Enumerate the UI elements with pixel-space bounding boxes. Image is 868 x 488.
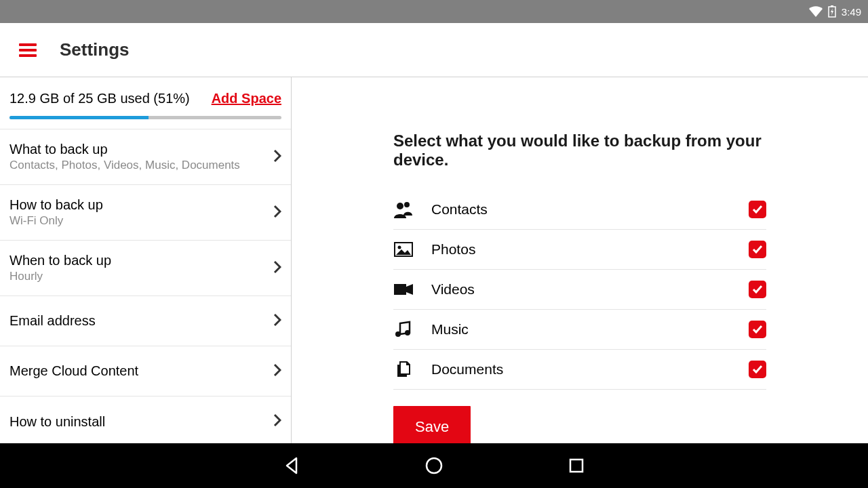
checkbox-contacts[interactable] xyxy=(749,201,766,218)
storage-progress xyxy=(9,116,281,119)
main-panel: Select what you would like to backup fro… xyxy=(292,77,868,443)
contacts-icon xyxy=(393,199,414,220)
battery-charging-icon xyxy=(828,5,836,18)
music-icon xyxy=(393,319,414,340)
appbar: Settings xyxy=(0,23,868,77)
sidebar-item-how-to-uninstall[interactable]: How to uninstall xyxy=(0,396,291,443)
menu-icon[interactable] xyxy=(19,43,37,57)
svg-point-5 xyxy=(398,246,401,249)
nav-recent-button[interactable] xyxy=(566,455,587,476)
checkbox-music[interactable] xyxy=(749,321,766,338)
sidebar-item-how-to-backup[interactable]: How to back up Wi-Fi Only xyxy=(0,185,291,241)
sidebar: 12.9 GB of 25 GB used (51%) Add Space Wh… xyxy=(0,77,292,443)
nav-back-button[interactable] xyxy=(281,455,302,476)
svg-point-2 xyxy=(397,203,403,209)
statusbar: 3:49 xyxy=(0,0,868,23)
svg-rect-6 xyxy=(394,284,406,295)
checkbox-photos[interactable] xyxy=(749,241,766,258)
storage-panel: 12.9 GB of 25 GB used (51%) Add Space xyxy=(0,77,291,129)
chevron-right-icon xyxy=(273,205,281,221)
add-space-link[interactable]: Add Space xyxy=(212,91,281,106)
backup-label: Photos xyxy=(431,241,731,258)
photos-icon xyxy=(393,239,414,260)
setting-title: Email address xyxy=(9,313,96,329)
backup-item-documents: Documents xyxy=(393,350,766,390)
page-title: Settings xyxy=(60,39,130,60)
chevron-right-icon xyxy=(273,413,281,430)
save-button[interactable]: Save xyxy=(393,406,471,443)
svg-point-8 xyxy=(405,330,410,336)
backup-label: Music xyxy=(431,321,731,338)
checkbox-documents[interactable] xyxy=(749,361,766,378)
setting-sub: Wi-Fi Only xyxy=(9,214,103,228)
svg-rect-1 xyxy=(831,5,833,7)
videos-icon xyxy=(393,279,414,300)
chevron-right-icon xyxy=(273,313,281,329)
sidebar-item-what-to-backup[interactable]: What to back up Contacts, Photos, Videos… xyxy=(0,129,291,185)
main-heading: Select what you would like to backup fro… xyxy=(393,131,766,169)
content: 12.9 GB of 25 GB used (51%) Add Space Wh… xyxy=(0,77,868,443)
svg-rect-10 xyxy=(570,460,583,472)
backup-label: Videos xyxy=(431,281,731,298)
nav-home-button[interactable] xyxy=(424,455,444,476)
backup-item-music: Music xyxy=(393,310,766,350)
sidebar-item-when-to-backup[interactable]: When to back up Hourly xyxy=(0,241,291,296)
backup-item-contacts: Contacts xyxy=(393,190,766,230)
svg-point-7 xyxy=(395,331,401,337)
chevron-right-icon xyxy=(273,260,281,277)
statusbar-time: 3:49 xyxy=(842,6,861,18)
setting-title: Merge Cloud Content xyxy=(9,363,138,379)
setting-sub: Hourly xyxy=(9,270,111,283)
svg-point-9 xyxy=(427,458,441,473)
checkbox-videos[interactable] xyxy=(749,281,766,298)
setting-sub: Contacts, Photos, Videos, Music, Documen… xyxy=(9,159,240,172)
navbar xyxy=(0,443,868,488)
chevron-right-icon xyxy=(273,363,281,380)
wifi-icon xyxy=(809,6,823,17)
backup-item-photos: Photos xyxy=(393,230,766,270)
documents-icon xyxy=(393,359,414,380)
setting-title: What to back up xyxy=(9,142,240,157)
setting-title: How to back up xyxy=(9,197,103,213)
svg-point-3 xyxy=(404,202,410,207)
backup-label: Contacts xyxy=(431,201,731,218)
chevron-right-icon xyxy=(273,149,281,165)
sidebar-item-merge-cloud[interactable]: Merge Cloud Content xyxy=(0,346,291,396)
storage-usage-text: 12.9 GB of 25 GB used (51%) xyxy=(9,91,190,106)
setting-title: How to uninstall xyxy=(9,414,105,430)
backup-item-videos: Videos xyxy=(393,270,766,310)
setting-title: When to back up xyxy=(9,253,111,268)
sidebar-item-email[interactable]: Email address xyxy=(0,296,291,346)
backup-label: Documents xyxy=(431,361,731,378)
